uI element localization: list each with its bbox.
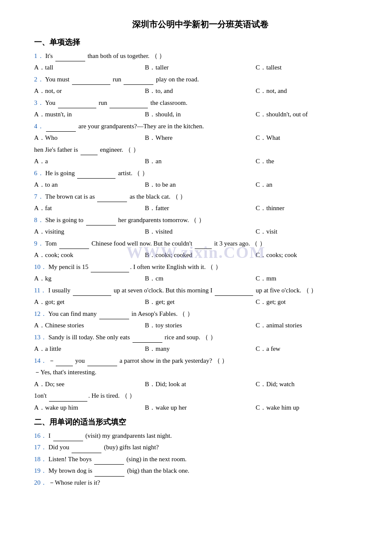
question-4: 4． are your grandparents?—They are in th…: [34, 121, 366, 132]
page-title: 深圳市公明中学新初一分班英语试卷: [34, 17, 366, 32]
sub-answer-14: －Yes, that's interesting.: [34, 367, 366, 378]
question-11: 11． I usually up at seven o'clock. But t…: [34, 285, 366, 296]
question-13: 13． Sandy is ill today. She only eats ri…: [34, 332, 366, 343]
question-6: 6． He is going artist. （ ）: [34, 168, 366, 179]
options-1: A．tall B．taller C．tallest: [34, 62, 366, 73]
question-12: 12． You can find many in Aesop's Fables.…: [34, 309, 366, 320]
question-19: 19． My brown dog is (big) than the black…: [34, 465, 366, 477]
options-11: A．got; get B．get; get C．get; got: [34, 297, 366, 308]
options-14: A．Do; see B．Did; look at C．Did; watch: [34, 379, 366, 390]
question-8: 8． She is going to her grandparents tomo…: [34, 215, 366, 226]
question-14: 14． － you a parrot show in the park yest…: [34, 356, 366, 367]
section1-title: 一、单项选择: [34, 36, 366, 49]
options-15: A．wake up him B．wake up her C．wake him u…: [34, 402, 366, 413]
options-8: A．visiting B．visited C．visit: [34, 226, 366, 237]
options-6: A．to an B．to be an C．an: [34, 179, 366, 191]
question-15: 1on't . He is tired. （ ）: [34, 390, 366, 402]
options-3: A．mustn't, in B．should, in C．shouldn't, …: [34, 109, 366, 120]
question-3: 3． You run the classroom.: [34, 98, 366, 109]
options-4: A．Who B．Where C．What: [34, 133, 366, 144]
question-2: 2． You must run play on the road.: [34, 74, 366, 85]
question-1: 1． It's than both of us together. （ ）: [34, 51, 366, 62]
options-7: A．fat B．fatter C．thinner: [34, 203, 366, 214]
options-5: A．a B．an C．the: [34, 156, 366, 167]
section2-title: 二、用单词的适当形式填空: [34, 416, 366, 429]
question-7: 7． The brown cat is as as the black cat.…: [34, 191, 366, 202]
options-13: A．a little B．many C．a few: [34, 344, 366, 355]
question-10: 10． My pencil is 15 . I often write Engl…: [34, 262, 366, 273]
options-10: A．kg B．cm C．mm: [34, 273, 366, 284]
options-2: A．not, or B．to, and C．not, and: [34, 86, 366, 97]
question-18: 18． Listen! The boys (sing) in the next …: [34, 454, 366, 465]
question-16: 16． I (visit) my grandparents last night…: [34, 431, 366, 442]
question-20: 20． －Whose ruler is it?: [34, 477, 366, 489]
question-17: 17． Did you (buy) gifts last night?: [34, 442, 366, 453]
options-12: A．Chinese stories B．toy stories C．animal…: [34, 320, 366, 331]
question-9: 9． Tom Chinese food well now. But he cou…: [34, 238, 366, 249]
options-9: A．cook; cook B．cooks; cooked C．cooks; co…: [34, 250, 366, 261]
question-5: hen Jie's father is engineer. （ ）: [34, 145, 366, 156]
